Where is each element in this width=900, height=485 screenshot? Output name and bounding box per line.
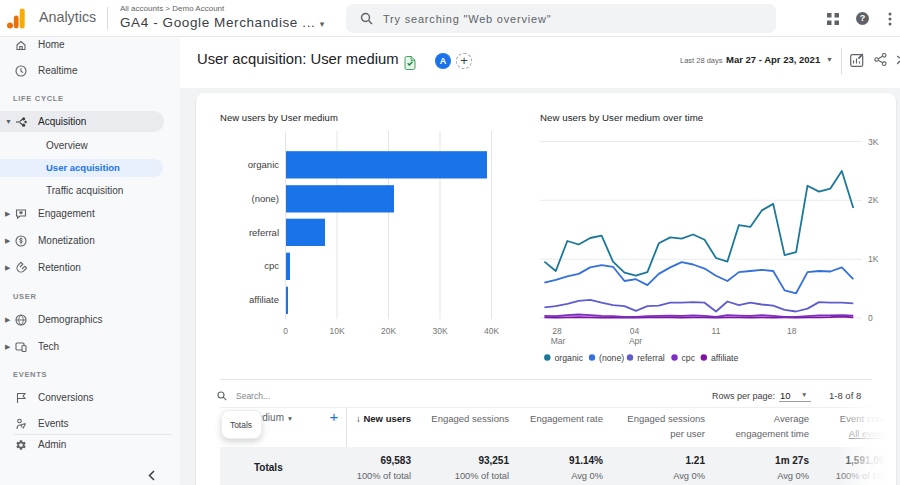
svg-text:referral: referral: [637, 353, 665, 363]
svg-text:(none): (none): [599, 353, 624, 363]
svg-text:cpc: cpc: [682, 353, 696, 363]
svg-text:2K: 2K: [868, 195, 879, 205]
svg-text:Mar: Mar: [551, 336, 566, 346]
svg-text:0: 0: [868, 313, 873, 323]
svg-text:1K: 1K: [868, 254, 879, 264]
svg-text:3K: 3K: [868, 137, 879, 147]
svg-text:Apr: Apr: [629, 336, 642, 346]
svg-text:affiliate: affiliate: [711, 353, 739, 363]
svg-text:18: 18: [787, 326, 797, 336]
svg-text:28: 28: [552, 326, 562, 336]
svg-text:04: 04: [630, 326, 640, 336]
svg-text:organic: organic: [555, 353, 584, 363]
svg-text:11: 11: [712, 326, 721, 336]
